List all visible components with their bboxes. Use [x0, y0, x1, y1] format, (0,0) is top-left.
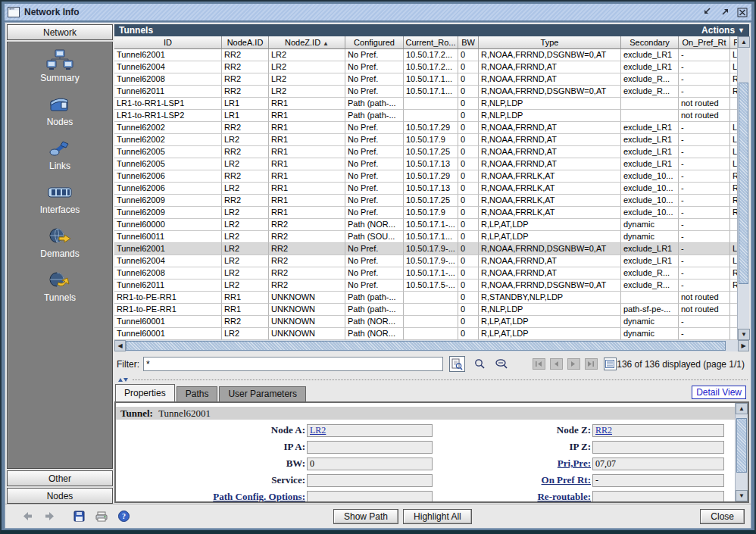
close-icon[interactable] [736, 7, 748, 18]
table-row[interactable]: Tunnel62001RR2LR2No Pref.10.50.17.2...0R… [114, 49, 737, 61]
field-value[interactable]: RR2 [595, 425, 612, 436]
table-row[interactable]: Tunnel62001LR2RR2No Pref.10.50.17.9-...0… [114, 243, 737, 255]
highlight-all-button[interactable]: Highlight All [403, 509, 472, 524]
table-row[interactable]: Tunnel60011LR2RR2Path (SOU...10.50.17.1.… [114, 231, 737, 243]
field-value-box[interactable]: 0 [307, 457, 433, 470]
window-titlebar[interactable]: Network Info [5, 4, 751, 20]
field-value-box[interactable] [307, 491, 433, 502]
next-page-icon[interactable] [567, 358, 580, 370]
save-icon[interactable] [73, 511, 85, 522]
field-value-box[interactable] [307, 441, 433, 454]
field-label[interactable]: On Pref Rt: [433, 474, 592, 486]
table-row[interactable]: Tunnel62004RR2LR2No Pref.10.50.17.2...0R… [114, 61, 737, 73]
table-row[interactable]: RR1-to-PE-RR1RR1UNKNOWNPath (path-...0R,… [114, 304, 737, 316]
column-header-nodez-id[interactable]: NodeZ.ID▲ [269, 36, 345, 49]
sidebar-item-nodes[interactable]: Nodes [47, 92, 73, 127]
zoom-icon[interactable] [474, 358, 486, 370]
detail-view-button[interactable]: Detail View [692, 386, 746, 399]
sidebar-item-interfaces[interactable]: Interfaces [40, 180, 80, 215]
vertical-scroll-track[interactable] [738, 48, 749, 329]
column-header-bw[interactable]: BW [458, 36, 479, 49]
list-view-icon[interactable] [604, 358, 617, 370]
table-row[interactable]: Tunnel62011RR2LR2No Pref.10.50.17.1...0R… [114, 86, 737, 98]
splitter-handle[interactable] [133, 379, 748, 380]
table-row[interactable]: Tunnel62002RR2RR1No Pref.10.50.17.290R,N… [114, 122, 737, 134]
table-row[interactable]: Tunnel62008RR2LR2No Pref.10.50.17.1...0R… [114, 73, 737, 86]
table-row[interactable]: Tunnel60001RR2UNKNOWNPath (NOR...0R,LP,A… [114, 316, 737, 328]
show-path-button[interactable]: Show Path [333, 509, 398, 524]
close-button[interactable]: Close [700, 509, 745, 524]
table-row[interactable]: Tunnel60000LR2RR2Path (NOR...10.50.17.1-… [114, 219, 737, 231]
back-arrow-icon[interactable] [22, 511, 33, 521]
horizontal-scroll-track[interactable] [126, 340, 738, 351]
scroll-right-icon[interactable]: ▶ [738, 340, 749, 351]
table-row[interactable]: Tunnel62006RR2RR1No Pref.10.50.17.290R,N… [114, 170, 737, 183]
column-header-type[interactable]: Type [479, 36, 621, 49]
sidebar-network-button[interactable]: Network [7, 24, 113, 40]
field-label[interactable]: Pri,Pre: [433, 457, 592, 470]
field-value-box[interactable] [592, 491, 724, 502]
table-vertical-scrollbar[interactable]: ▲ ▼ [737, 36, 749, 340]
column-header-f[interactable]: F [730, 36, 737, 49]
field-value[interactable]: LR2 [310, 425, 326, 436]
properties-scroll-thumb[interactable] [736, 418, 747, 473]
sidebar-item-summary[interactable]: Summary [40, 48, 79, 83]
table-row[interactable]: RR1-to-PE-RR1RR1UNKNOWNPath (path-...0R,… [114, 292, 737, 304]
field-value-box[interactable] [592, 441, 724, 454]
table-row[interactable]: Tunnel62006LR2RR1No Pref.10.50.17.130R,N… [114, 183, 737, 195]
minimize-icon[interactable] [701, 7, 714, 18]
sidebar-item-tunnels[interactable]: Tunnels [44, 268, 76, 303]
first-page-icon[interactable] [533, 358, 545, 370]
maximize-icon[interactable] [718, 7, 731, 18]
field-label[interactable]: Re-routable: [433, 491, 592, 501]
table-row[interactable]: Tunnel62008LR2RR2No Pref.10.50.17.1-...0… [114, 267, 737, 279]
scroll-down-icon[interactable]: ▼ [738, 329, 750, 340]
scroll-up-icon[interactable]: ▲ [736, 403, 748, 414]
splitter[interactable] [114, 376, 749, 383]
tab-properties[interactable]: Properties [115, 384, 175, 401]
table-row[interactable]: Tunnel62002LR2RR1No Pref.10.50.17.90R,NO… [114, 134, 737, 146]
column-header-configured[interactable]: Configured [345, 36, 404, 49]
forward-arrow-icon[interactable] [44, 511, 55, 521]
tab-paths[interactable]: Paths [177, 386, 218, 401]
table-row[interactable]: Tunnel62011LR2RR2No Pref.10.50.17.5-...0… [114, 279, 737, 292]
sidebar-nodes-button[interactable]: Nodes [7, 488, 113, 504]
column-header-id[interactable]: ID [114, 36, 222, 49]
scroll-up-icon[interactable]: ▲ [738, 36, 750, 48]
table-row[interactable]: Tunnel62005RR2RR1No Pref.10.50.17.250R,N… [114, 146, 737, 158]
vertical-scroll-thumb[interactable] [739, 83, 748, 284]
last-page-icon[interactable] [585, 358, 598, 370]
column-header-current-ro-[interactable]: Current_Ro... [404, 36, 458, 49]
column-header-nodea-id[interactable]: NodeA.ID [222, 36, 269, 49]
print-icon[interactable] [95, 511, 108, 522]
help-icon[interactable]: ? [118, 511, 130, 522]
filter-preview-icon[interactable] [449, 356, 464, 372]
field-value-box[interactable]: 07,07 [592, 457, 724, 470]
column-header-on-pref-rt[interactable]: On_Pref_Rt [679, 36, 730, 49]
tab-user-parameters[interactable]: User Parameters [219, 386, 306, 401]
table-row[interactable]: LR1-to-RR1-LSP2LR1RR1Path (path-...0R,NL… [114, 110, 737, 122]
scroll-down-icon[interactable]: ▼ [736, 490, 748, 501]
field-value-box[interactable]: LR2 [307, 424, 433, 437]
sidebar-other-button[interactable]: Other [7, 470, 113, 486]
column-header-secondary[interactable]: Secondary [621, 36, 679, 49]
table-horizontal-scrollbar[interactable]: ◀ ▶ [114, 340, 749, 351]
table-row[interactable]: Tunnel60001LR2UNKNOWNPath (NOR...0R,LP,A… [114, 328, 737, 340]
table-row[interactable]: Tunnel62009LR2RR1No Pref.10.50.17.90R,NO… [114, 207, 737, 219]
filter-input[interactable] [143, 357, 443, 371]
field-value-box[interactable] [307, 474, 433, 487]
scroll-left-icon[interactable]: ◀ [114, 340, 126, 351]
field-label[interactable]: Path Config. Options: [116, 491, 307, 501]
previous-page-icon[interactable] [550, 358, 563, 370]
table-row[interactable]: Tunnel62005LR2RR1No Pref.10.50.17.130R,N… [114, 158, 737, 170]
sidebar-item-links[interactable]: Links [48, 136, 71, 171]
properties-scrollbar[interactable]: ▲ ▼ [735, 403, 748, 501]
table-row[interactable]: Tunnel62004LR2RR2No Pref.10.50.17.9-...0… [114, 255, 737, 267]
field-value-box[interactable]: RR2 [592, 424, 724, 437]
table-row[interactable]: LR1-to-RR1-LSP1LR1RR1Path (path-...0R,NL… [114, 98, 737, 110]
table-row[interactable]: Tunnel62009RR2RR1No Pref.10.50.17.250R,N… [114, 195, 737, 207]
horizontal-scroll-thumb[interactable] [126, 341, 726, 351]
actions-menu[interactable]: Actions ▼ [701, 25, 745, 36]
zoom-select-icon[interactable] [495, 358, 508, 370]
sidebar-item-demands[interactable]: Demands [40, 224, 79, 259]
